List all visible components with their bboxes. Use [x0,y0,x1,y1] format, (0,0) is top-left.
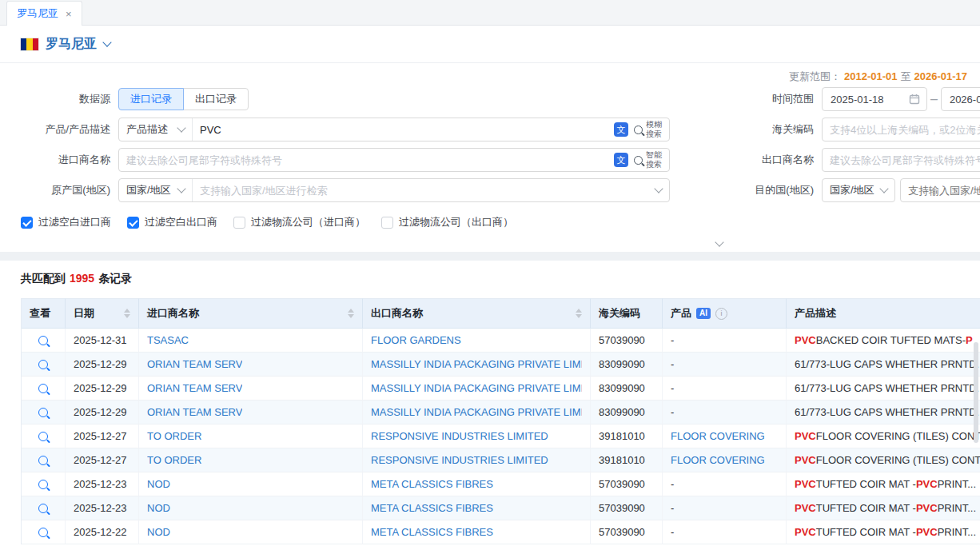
sort-asc-icon[interactable] [124,309,130,313]
column-header-exporter[interactable]: 出口商名称 [363,298,591,329]
sort-icons[interactable] [571,309,582,318]
translate-icon[interactable]: 文 [614,153,628,167]
destination-search-input[interactable] [900,178,980,202]
desc-cell: 61/773-LUG CAPS WHETHER PRNTD... [787,401,980,424]
exporter-link[interactable]: FLOOR GARDENS [371,334,461,346]
smart-search-label: 智能 搜索 [646,150,662,169]
hs-cell: 83099090 [591,353,663,377]
app: 罗马尼亚 × 罗马尼亚 更新范围：2012-01-01至2026-01-17 数… [0,0,980,546]
tab-romania[interactable]: 罗马尼亚 × [6,1,82,26]
exporter-link[interactable]: MASSILLY INDIA PACKAGING PRIVATE LIMI... [371,406,582,418]
table-row: 2025-12-22NODMETA CLASSICS FIBRES5703909… [22,520,980,544]
importer-link[interactable]: NOD [147,526,170,538]
translate-icon[interactable]: 文 [614,122,628,137]
desc-text: PVC [795,454,816,466]
importer-link[interactable]: ORIAN TEAM SERV [147,406,242,418]
hs-cell: 39181010 [591,424,663,448]
view-detail-icon[interactable] [38,336,48,345]
chevron-down-icon[interactable] [102,38,111,46]
view-detail-icon[interactable] [38,384,48,393]
filter-checkbox-1[interactable]: 过滤空白出口商 [127,215,217,229]
close-icon[interactable]: × [66,9,72,19]
checkbox-unchecked-icon[interactable] [381,217,393,229]
exporter-link[interactable]: RESPONSIVE INDUSTRIES LIMITED [371,430,548,442]
product-label: 产品/产品描述 [21,122,110,137]
desc-text: FLOOR COVERING (TILES) CONT... [816,430,980,442]
sort-icons[interactable] [119,309,130,318]
view-detail-icon[interactable] [38,480,48,489]
product-type-select[interactable]: 产品描述 [119,118,193,141]
product-cell: - [663,520,787,544]
product-link[interactable]: FLOOR COVERING [671,430,765,442]
view-cell [22,377,66,401]
origin-type-select[interactable]: 国家/地区 [119,179,193,201]
date-end-input[interactable] [948,93,980,106]
importer-link[interactable]: ORIAN TEAM SERV [147,358,242,370]
importer-link[interactable]: NOD [147,478,170,490]
date-end-field[interactable] [941,87,980,111]
exporter-link[interactable]: MASSILLY INDIA PACKAGING PRIVATE LIMI... [371,382,582,394]
view-detail-icon[interactable] [38,528,48,537]
view-detail-icon[interactable] [38,360,48,369]
origin-type-value: 国家/地区 [126,183,171,197]
exporter-link[interactable]: META CLASSICS FIBRES [371,478,493,490]
sort-icons[interactable] [343,309,354,318]
view-cell [22,448,66,472]
smart-line2: 搜索 [646,160,662,169]
sort-asc-icon[interactable] [576,309,582,313]
chevron-down-icon[interactable] [654,184,663,193]
view-detail-icon[interactable] [38,456,48,465]
smart-line1: 智能 [646,150,662,160]
destination-type-select[interactable]: 国家/地区 [822,178,895,202]
filter-checkbox-0[interactable]: 过滤空白进口商 [21,215,111,229]
hs-code-label: 海关编码 [740,122,814,137]
importer-link[interactable]: ORIAN TEAM SERV [147,382,242,394]
importer-link[interactable]: NOD [147,502,170,514]
date-start-field[interactable] [822,87,927,111]
fuzzy-search-button[interactable]: 模糊 搜索 [634,120,662,139]
column-header-date[interactable]: 日期 [66,298,139,329]
view-detail-icon[interactable] [38,408,48,417]
importer-link[interactable]: TO ORDER [147,430,201,442]
date-start-input[interactable] [829,93,904,106]
product-search-input[interactable] [193,124,607,136]
tab-export-records[interactable]: 出口记录 [183,88,249,110]
sort-desc-icon[interactable] [576,314,582,318]
collapse-filters-chevron[interactable] [716,234,723,249]
fuzzy-line1: 模糊 [646,120,662,130]
sort-desc-icon[interactable] [348,314,354,318]
exporter-search-input[interactable] [822,148,980,172]
exporter-link[interactable]: META CLASSICS FIBRES [371,526,493,538]
view-cell [22,353,66,377]
vertical-scrollbar[interactable] [974,342,978,443]
hs-code-input[interactable] [822,118,980,141]
importer-link[interactable]: TSASAC [147,334,189,346]
origin-search-input[interactable] [193,185,648,197]
exporter-cell: FLOOR GARDENS [363,329,591,353]
sort-asc-icon[interactable] [348,309,354,313]
view-detail-icon[interactable] [38,432,48,441]
importer-search-input[interactable] [119,154,607,166]
exporter-link[interactable]: MASSILLY INDIA PACKAGING PRIVATE LIMI... [371,358,582,370]
filter-checkbox-2[interactable]: 过滤物流公司（进口商） [233,215,365,229]
origin-label: 原产国(地区) [21,183,110,197]
product-link[interactable]: FLOOR COVERING [671,454,765,466]
update-range: 更新范围：2012-01-01至2026-01-17 [789,70,970,84]
column-header-importer[interactable]: 进口商名称 [139,298,363,329]
checkbox-label: 过滤空白出口商 [145,215,217,229]
sort-desc-icon[interactable] [124,314,130,318]
destination-type-value: 国家/地区 [830,183,874,197]
tab-import-records[interactable]: 进口记录 [118,88,184,110]
filter-checkbox-3[interactable]: 过滤物流公司（出口商） [381,215,513,229]
importer-link[interactable]: TO ORDER [147,454,201,466]
smart-search-button[interactable]: 智能 搜索 [634,150,662,169]
checkbox-checked-icon[interactable] [21,217,33,229]
view-detail-icon[interactable] [38,504,48,513]
table-row: 2025-12-31TSASACFLOOR GARDENS57039090-PV… [22,329,980,353]
checkbox-label: 过滤物流公司（进口商） [251,215,365,229]
exporter-link[interactable]: RESPONSIVE INDUSTRIES LIMITED [371,454,548,466]
exporter-link[interactable]: META CLASSICS FIBRES [371,502,493,514]
info-icon[interactable]: i [715,308,727,320]
checkbox-unchecked-icon[interactable] [233,217,245,229]
checkbox-checked-icon[interactable] [127,217,139,229]
